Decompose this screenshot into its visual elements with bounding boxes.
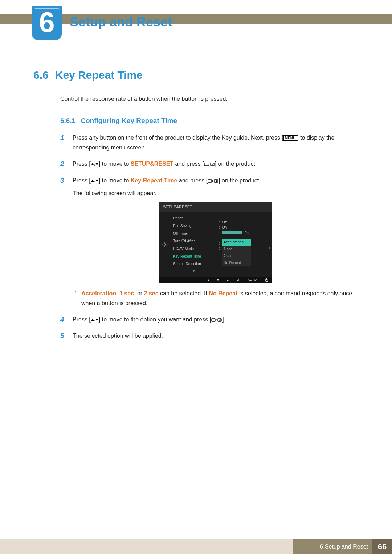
text: The selected option will be applied. <box>73 333 163 339</box>
osd-item: Reset <box>170 214 217 222</box>
text: ] on the product. <box>219 177 261 184</box>
osd-values: :Off :On :4h ▸ : : Acceleration 1 sec 2 … <box>217 212 272 277</box>
text: 1 sec <box>119 290 134 296</box>
svg-marker-13 <box>216 181 217 182</box>
enter-source-icon: / <box>204 161 215 167</box>
step-4: 4 Press [/] to move to the option you wa… <box>60 315 359 324</box>
section-heading: 6.6Key Repeat Time <box>33 69 359 81</box>
chevron-down-icon: ▼ <box>170 268 217 275</box>
text: ] to move to <box>99 161 131 167</box>
chapter-number-badge: 6 <box>32 6 62 40</box>
osd-option: 2 sec <box>222 253 251 259</box>
step-number: 2 <box>60 158 64 170</box>
osd-item: Turn Off After <box>170 237 217 245</box>
text: Acceleration <box>81 290 116 296</box>
svg-marker-17 <box>95 319 98 321</box>
svg-text:/: / <box>94 179 95 183</box>
chapter-title: Setup and Reset <box>70 15 172 30</box>
enter-source-icon: / <box>211 316 222 323</box>
subsection-number: 6.6.1 <box>60 117 75 124</box>
text: ] to move to <box>99 177 131 184</box>
enter-icon: ↲ <box>237 277 240 283</box>
svg-marker-6 <box>212 165 213 165</box>
section-intro: Control the response rate of a button wh… <box>60 96 359 102</box>
back-icon: ◂ <box>207 277 209 283</box>
subsection-title: Configuring Key Repeat Time <box>81 117 177 124</box>
osd-screenshot: SETUP&RESET Reset Eco Saving Off Timer T… <box>159 202 272 283</box>
step-5: 5 The selected option will be applied. <box>60 331 359 341</box>
svg-rect-20 <box>218 319 221 321</box>
text: Press [ <box>73 177 91 184</box>
text: and press [ <box>173 161 204 167</box>
svg-rect-12 <box>214 180 218 182</box>
text: , or <box>134 290 144 296</box>
svg-marker-15 <box>91 319 94 321</box>
svg-marker-2 <box>95 163 98 165</box>
enter-source-icon: / <box>208 177 219 184</box>
svg-marker-7 <box>91 180 94 182</box>
osd-menu-list: Reset Eco Saving Off Timer Turn Off Afte… <box>170 212 217 277</box>
osd-option: No Repeat <box>222 259 251 266</box>
note-item: Acceleration, 1 sec, or 2 sec can be sel… <box>73 288 359 308</box>
osd-title: SETUP&RESET <box>159 202 272 212</box>
step-1: 1 Press any button on the front of the p… <box>60 133 359 152</box>
osd-value: On <box>222 224 227 230</box>
svg-point-14 <box>164 244 166 245</box>
down-icon: ▾ <box>217 277 219 283</box>
text: ] on the product. <box>215 161 257 167</box>
text: Press [ <box>73 316 91 323</box>
step-2: 2 Press [/] to move to SETUP&RESET and p… <box>60 159 359 169</box>
text: The following screen will appear. <box>73 188 359 198</box>
target-bold: SETUP&RESET <box>131 161 173 167</box>
osd-item: Eco Saving <box>170 222 217 230</box>
footer-page-number: 66 <box>372 539 392 554</box>
gear-icon <box>159 212 170 277</box>
osd-item: Source Detection <box>170 260 217 268</box>
note-list: Acceleration, 1 sec, or 2 sec can be sel… <box>73 288 359 308</box>
footer-chapter-label: 6 Setup and Reset <box>293 539 372 554</box>
up-down-arrow-icon: / <box>91 177 99 184</box>
svg-rect-10 <box>208 180 212 182</box>
text: Press [ <box>73 161 91 167</box>
menu-button-icon: MENU <box>283 135 297 141</box>
page-content: 6.6Key Repeat Time Control the response … <box>33 69 359 348</box>
step-number: 5 <box>60 330 64 342</box>
osd-option-selected: Acceleration <box>222 239 251 246</box>
osd-dropdown: Acceleration 1 sec 2 sec No Repeat <box>222 239 251 266</box>
up-icon: ▴ <box>227 277 229 283</box>
step-3: 3 Press [/] to move to Key Repeat Time a… <box>60 176 359 308</box>
svg-marker-9 <box>95 180 98 182</box>
text: , <box>116 290 119 296</box>
svg-rect-3 <box>204 163 208 166</box>
power-icon: ⏻ <box>265 277 268 283</box>
svg-text:/: / <box>216 318 217 322</box>
osd-option: 1 sec <box>222 246 251 253</box>
svg-marker-21 <box>219 320 221 321</box>
text: 2 sec <box>144 290 159 296</box>
osd-item: PC/AV Mode <box>170 245 217 253</box>
svg-rect-18 <box>212 319 215 321</box>
steps-list: 1 Press any button on the front of the p… <box>60 133 359 341</box>
auto-label: AUTO <box>248 277 257 283</box>
svg-text:/: / <box>208 162 209 167</box>
text: Press any button on the front of the pro… <box>73 135 283 141</box>
text: can be selected. If <box>159 290 209 296</box>
svg-marker-0 <box>91 163 94 165</box>
footer-spacer <box>0 539 293 554</box>
target-bold: Key Repeat Time <box>131 177 177 184</box>
svg-text:/: / <box>94 162 95 167</box>
text: ]. <box>222 316 225 323</box>
subsection-heading: 6.6.1Configuring Key Repeat Time <box>60 117 359 125</box>
chevron-right-icon: ▸ <box>269 245 270 251</box>
up-down-arrow-icon: / <box>91 316 99 323</box>
svg-text:/: / <box>212 179 213 183</box>
svg-text:/: / <box>94 318 95 322</box>
osd-footer: ◂ ▾ ▴ ↲ AUTO ⏻ <box>159 277 272 283</box>
text: No Repeat <box>209 290 237 296</box>
page-footer: 6 Setup and Reset 66 <box>0 539 392 554</box>
step-number: 4 <box>60 314 64 325</box>
step-number: 3 <box>60 175 64 186</box>
osd-item: Off Timer <box>170 230 217 237</box>
svg-rect-5 <box>211 163 214 166</box>
step-number: 1 <box>60 132 64 144</box>
